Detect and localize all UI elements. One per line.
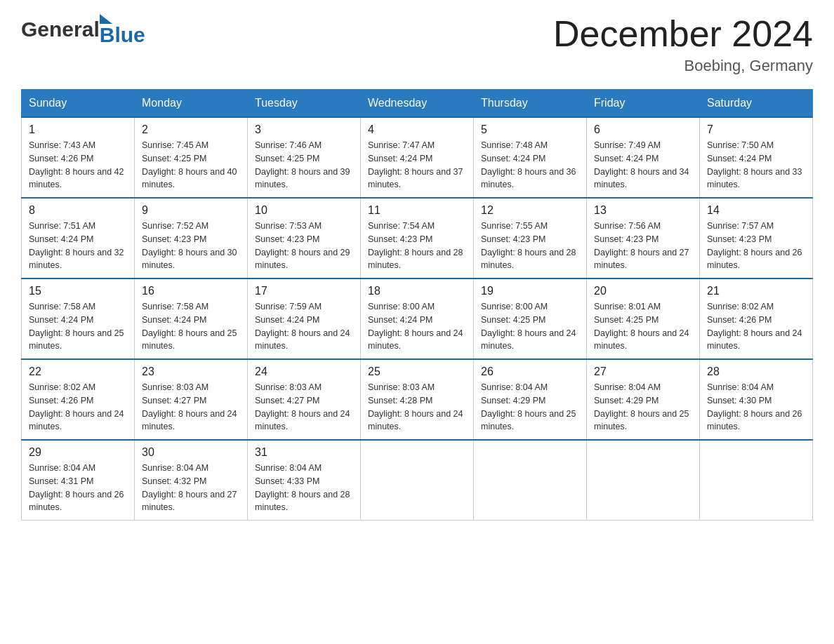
day-info: Sunrise: 8:04 AMSunset: 4:30 PMDaylight:… [707,382,802,431]
day-number: 14 [707,204,805,217]
calendar-cell: 16 Sunrise: 7:58 AMSunset: 4:24 PMDaylig… [135,279,248,359]
calendar-cell: 24 Sunrise: 8:03 AMSunset: 4:27 PMDaylig… [248,359,361,440]
day-number: 13 [594,204,692,217]
calendar-cell: 9 Sunrise: 7:52 AMSunset: 4:23 PMDayligh… [135,198,248,279]
calendar-cell: 26 Sunrise: 8:04 AMSunset: 4:29 PMDaylig… [474,359,587,440]
day-number: 5 [481,123,579,136]
day-number: 8 [29,204,127,217]
day-info: Sunrise: 8:02 AMSunset: 4:26 PMDaylight:… [29,382,124,431]
calendar-cell: 29 Sunrise: 8:04 AMSunset: 4:31 PMDaylig… [22,440,135,521]
day-info: Sunrise: 7:51 AMSunset: 4:24 PMDaylight:… [29,221,124,270]
logo-general: General [21,18,100,41]
day-info: Sunrise: 7:43 AMSunset: 4:26 PMDaylight:… [29,140,124,189]
logo-blue-section: Blue [100,14,145,44]
calendar-cell: 23 Sunrise: 8:03 AMSunset: 4:27 PMDaylig… [135,359,248,440]
calendar-cell: 13 Sunrise: 7:56 AMSunset: 4:23 PMDaylig… [587,198,700,279]
day-number: 1 [29,123,127,136]
calendar-cell: 5 Sunrise: 7:48 AMSunset: 4:24 PMDayligh… [474,117,587,198]
calendar-cell: 15 Sunrise: 7:58 AMSunset: 4:24 PMDaylig… [22,279,135,359]
day-info: Sunrise: 7:49 AMSunset: 4:24 PMDaylight:… [594,140,689,189]
day-info: Sunrise: 7:53 AMSunset: 4:23 PMDaylight:… [255,221,350,270]
day-info: Sunrise: 7:57 AMSunset: 4:23 PMDaylight:… [707,221,802,270]
day-number: 10 [255,204,353,217]
calendar-cell [361,440,474,521]
header-wednesday: Wednesday [361,90,474,118]
calendar-week-row: 29 Sunrise: 8:04 AMSunset: 4:31 PMDaylig… [22,440,813,521]
day-info: Sunrise: 8:04 AMSunset: 4:32 PMDaylight:… [142,463,237,512]
calendar-cell [700,440,813,521]
day-number: 4 [368,123,466,136]
calendar-cell: 11 Sunrise: 7:54 AMSunset: 4:23 PMDaylig… [361,198,474,279]
day-info: Sunrise: 7:48 AMSunset: 4:24 PMDaylight:… [481,140,576,189]
day-info: Sunrise: 8:04 AMSunset: 4:29 PMDaylight:… [594,382,689,431]
day-info: Sunrise: 8:04 AMSunset: 4:31 PMDaylight:… [29,463,124,512]
calendar-header-row: SundayMondayTuesdayWednesdayThursdayFrid… [22,90,813,118]
location-title: Boebing, Germany [553,57,813,75]
day-number: 29 [29,446,127,459]
calendar-week-row: 22 Sunrise: 8:02 AMSunset: 4:26 PMDaylig… [22,359,813,440]
calendar-cell: 8 Sunrise: 7:51 AMSunset: 4:24 PMDayligh… [22,198,135,279]
day-number: 16 [142,285,240,297]
calendar-cell: 19 Sunrise: 8:00 AMSunset: 4:25 PMDaylig… [474,279,587,359]
header-tuesday: Tuesday [248,90,361,118]
day-info: Sunrise: 7:50 AMSunset: 4:24 PMDaylight:… [707,140,802,189]
day-number: 22 [29,365,127,378]
day-info: Sunrise: 7:47 AMSunset: 4:24 PMDaylight:… [368,140,463,189]
day-number: 12 [481,204,579,217]
day-number: 30 [142,446,240,459]
logo-arrow-icon [100,14,112,24]
logo: General Blue [21,14,145,44]
logo-blue: Blue [100,25,145,44]
day-info: Sunrise: 7:59 AMSunset: 4:24 PMDaylight:… [255,302,350,351]
calendar-cell: 31 Sunrise: 8:04 AMSunset: 4:33 PMDaylig… [248,440,361,521]
day-number: 3 [255,123,353,136]
header-friday: Friday [587,90,700,118]
day-number: 21 [707,285,805,297]
day-info: Sunrise: 8:04 AMSunset: 4:33 PMDaylight:… [255,463,350,512]
calendar-cell: 17 Sunrise: 7:59 AMSunset: 4:24 PMDaylig… [248,279,361,359]
day-number: 26 [481,365,579,378]
day-info: Sunrise: 7:54 AMSunset: 4:23 PMDaylight:… [368,221,463,270]
calendar-cell: 27 Sunrise: 8:04 AMSunset: 4:29 PMDaylig… [587,359,700,440]
day-number: 19 [481,285,579,297]
day-info: Sunrise: 7:45 AMSunset: 4:25 PMDaylight:… [142,140,237,189]
calendar-cell: 14 Sunrise: 7:57 AMSunset: 4:23 PMDaylig… [700,198,813,279]
page-header: General Blue December 2024 Boebing, Germ… [21,14,813,75]
day-number: 28 [707,365,805,378]
day-info: Sunrise: 8:03 AMSunset: 4:27 PMDaylight:… [142,382,237,431]
calendar-week-row: 1 Sunrise: 7:43 AMSunset: 4:26 PMDayligh… [22,117,813,198]
day-info: Sunrise: 7:55 AMSunset: 4:23 PMDaylight:… [481,221,576,270]
day-number: 7 [707,123,805,136]
calendar-cell: 28 Sunrise: 8:04 AMSunset: 4:30 PMDaylig… [700,359,813,440]
calendar-cell: 10 Sunrise: 7:53 AMSunset: 4:23 PMDaylig… [248,198,361,279]
day-info: Sunrise: 7:46 AMSunset: 4:25 PMDaylight:… [255,140,350,189]
header-thursday: Thursday [474,90,587,118]
day-info: Sunrise: 8:03 AMSunset: 4:27 PMDaylight:… [255,382,350,431]
day-number: 20 [594,285,692,297]
day-info: Sunrise: 8:04 AMSunset: 4:29 PMDaylight:… [481,382,576,431]
day-number: 15 [29,285,127,297]
day-info: Sunrise: 7:56 AMSunset: 4:23 PMDaylight:… [594,221,689,270]
day-number: 2 [142,123,240,136]
title-section: December 2024 Boebing, Germany [553,14,813,75]
calendar-cell [474,440,587,521]
calendar-cell: 22 Sunrise: 8:02 AMSunset: 4:26 PMDaylig… [22,359,135,440]
calendar-cell: 30 Sunrise: 8:04 AMSunset: 4:32 PMDaylig… [135,440,248,521]
calendar-cell: 12 Sunrise: 7:55 AMSunset: 4:23 PMDaylig… [474,198,587,279]
day-info: Sunrise: 7:58 AMSunset: 4:24 PMDaylight:… [29,302,124,351]
header-monday: Monday [135,90,248,118]
header-sunday: Sunday [22,90,135,118]
day-number: 31 [255,446,353,459]
day-number: 23 [142,365,240,378]
header-saturday: Saturday [700,90,813,118]
day-number: 17 [255,285,353,297]
day-info: Sunrise: 7:58 AMSunset: 4:24 PMDaylight:… [142,302,237,351]
day-number: 6 [594,123,692,136]
calendar-cell: 25 Sunrise: 8:03 AMSunset: 4:28 PMDaylig… [361,359,474,440]
calendar-cell [587,440,700,521]
day-number: 9 [142,204,240,217]
calendar-cell: 18 Sunrise: 8:00 AMSunset: 4:24 PMDaylig… [361,279,474,359]
calendar-week-row: 15 Sunrise: 7:58 AMSunset: 4:24 PMDaylig… [22,279,813,359]
day-info: Sunrise: 8:00 AMSunset: 4:25 PMDaylight:… [481,302,576,351]
day-number: 25 [368,365,466,378]
